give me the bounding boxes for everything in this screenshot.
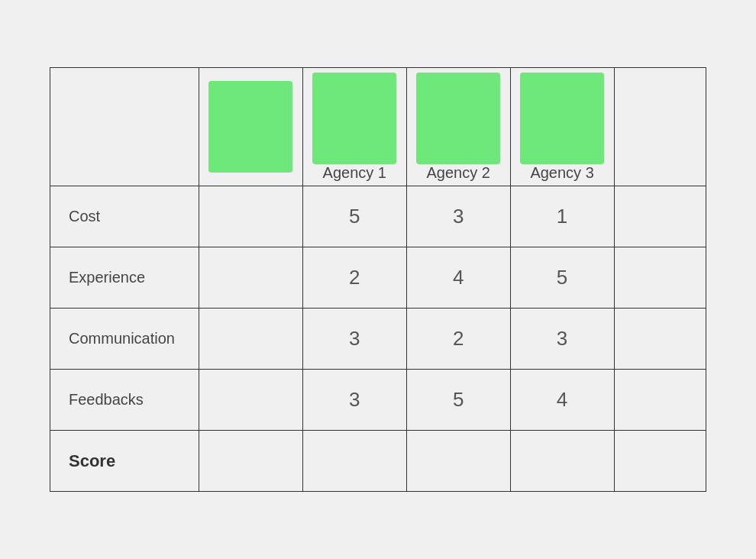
experience-agency1-value: 2 bbox=[302, 247, 406, 309]
header-agency3-cell: Agency 3 bbox=[510, 68, 614, 186]
comparison-table: Agency 1 Agency 2 Agency 3 Cost 5 3 1 Ex… bbox=[50, 67, 706, 492]
communication-agency1-value: 3 bbox=[302, 309, 406, 370]
cost-agency1-value: 5 bbox=[302, 186, 406, 247]
header-extra-cell bbox=[614, 68, 706, 186]
cost-agency2-value: 3 bbox=[406, 186, 510, 247]
header-empty-cell bbox=[50, 68, 199, 186]
score-label: Score bbox=[50, 431, 199, 492]
feedbacks-extra-empty bbox=[614, 370, 706, 431]
header-agency1-cell: Agency 1 bbox=[302, 68, 406, 186]
agency2-label: Agency 2 bbox=[426, 164, 489, 181]
feedbacks-row: Feedbacks 3 5 4 bbox=[50, 370, 706, 431]
comparison-table-container: Agency 1 Agency 2 Agency 3 Cost 5 3 1 Ex… bbox=[50, 67, 706, 492]
score-agency1-empty bbox=[302, 431, 406, 492]
communication-criteria: Communication bbox=[50, 309, 199, 370]
communication-row: Communication 3 2 3 bbox=[50, 309, 706, 370]
header-row: Agency 1 Agency 2 Agency 3 bbox=[50, 68, 706, 186]
cost-empty bbox=[199, 186, 302, 247]
agency1-logo-box bbox=[312, 73, 396, 164]
agency3-label: Agency 3 bbox=[530, 164, 593, 181]
score-agency2-empty bbox=[406, 431, 510, 492]
score-row: Score bbox=[50, 431, 706, 492]
cost-row: Cost 5 3 1 bbox=[50, 186, 706, 247]
experience-empty bbox=[199, 247, 302, 309]
feedbacks-agency2-value: 5 bbox=[406, 370, 510, 431]
header-agency2-cell: Agency 2 bbox=[406, 68, 510, 186]
feedbacks-empty bbox=[199, 370, 302, 431]
cost-criteria: Cost bbox=[50, 186, 199, 247]
experience-row: Experience 2 4 5 bbox=[50, 247, 706, 309]
agency2-logo-box bbox=[416, 73, 500, 164]
communication-extra-empty bbox=[614, 309, 706, 370]
experience-agency2-value: 4 bbox=[406, 247, 510, 309]
score-empty bbox=[199, 431, 302, 492]
agency-logo-box-main bbox=[208, 81, 292, 173]
communication-agency3-value: 3 bbox=[510, 309, 614, 370]
communication-agency2-value: 2 bbox=[406, 309, 510, 370]
experience-agency3-value: 5 bbox=[510, 247, 614, 309]
feedbacks-agency3-value: 4 bbox=[510, 370, 614, 431]
header-logo-cell bbox=[199, 68, 302, 186]
communication-empty bbox=[199, 309, 302, 370]
agency1-label: Agency 1 bbox=[323, 164, 386, 181]
score-agency3-empty bbox=[510, 431, 614, 492]
experience-extra-empty bbox=[614, 247, 706, 309]
cost-agency3-value: 1 bbox=[510, 186, 614, 247]
score-extra-empty bbox=[614, 431, 706, 492]
cost-extra-empty bbox=[614, 186, 706, 247]
agency3-logo-box bbox=[520, 73, 604, 164]
feedbacks-agency1-value: 3 bbox=[302, 370, 406, 431]
experience-criteria: Experience bbox=[50, 247, 199, 309]
feedbacks-criteria: Feedbacks bbox=[50, 370, 199, 431]
